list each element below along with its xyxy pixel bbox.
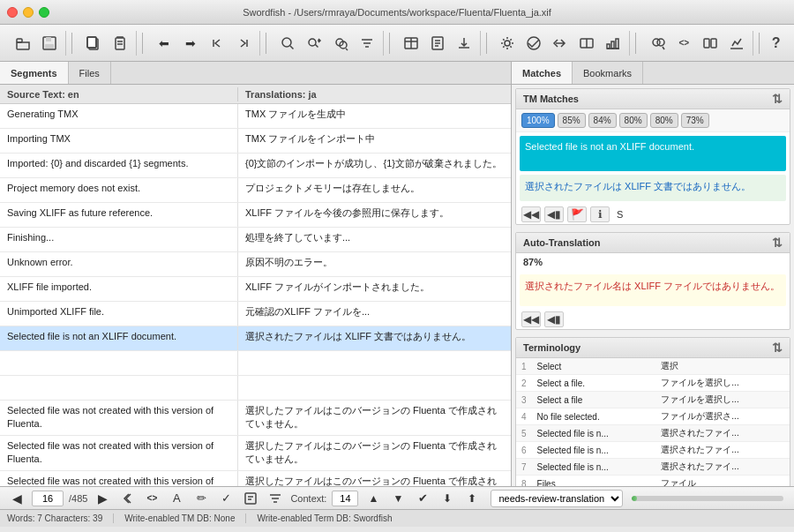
table-row[interactable]: Selected file was not created with this … — [0, 436, 511, 471]
segments-table[interactable]: Source Text: en Translations: ja Generat… — [0, 85, 511, 486]
check-btn[interactable]: ✓ — [216, 490, 236, 507]
term-target: 選択されたファイ... — [655, 459, 790, 476]
tm-button-1[interactable] — [399, 31, 423, 56]
tab-bookmarks[interactable]: Bookmarks — [573, 62, 643, 84]
zoom-button[interactable] — [645, 31, 670, 56]
nav-left-btn[interactable]: ◀ — [7, 490, 26, 507]
tm-flag-btn[interactable]: 🚩 — [567, 206, 587, 222]
search-button[interactable] — [275, 31, 300, 56]
table-row[interactable]: Imported: {0} and discarded {1} segments… — [0, 154, 511, 178]
stats-button[interactable] — [724, 31, 749, 56]
export2-btn[interactable]: ⬇ — [438, 490, 457, 507]
context-up-btn[interactable]: ▲ — [363, 490, 383, 507]
filter2-btn[interactable] — [266, 490, 285, 507]
open-button[interactable] — [11, 31, 35, 56]
concordance-button[interactable] — [328, 31, 353, 56]
tm-first-btn[interactable]: ◀◀ — [521, 206, 541, 222]
import-btn[interactable]: ⬆ — [462, 490, 482, 507]
table-row[interactable] — [0, 376, 511, 401]
match-btn-80b[interactable]: 80% — [650, 113, 678, 128]
table-row[interactable]: Generating TMX TMX ファイルを生成中 — [0, 104, 511, 129]
match-btn-84[interactable]: 84% — [588, 113, 617, 128]
tab-files[interactable]: Files — [69, 62, 111, 84]
tab-matches[interactable]: Matches — [512, 62, 573, 84]
tm-prev-btn[interactable]: ◀▮ — [544, 206, 564, 222]
list-item[interactable]: 3 Select a file ファイルを選択し... — [516, 392, 790, 408]
match-btn-80a[interactable]: 80% — [619, 113, 648, 128]
context-down-btn[interactable]: ▼ — [388, 490, 408, 507]
search-group — [272, 31, 384, 56]
list-item[interactable]: 2 Select a file. ファイルを選択し... — [516, 375, 790, 392]
table-row[interactable]: Selected file is not an XLIFF document. … — [0, 326, 511, 351]
tm-controls: ◀◀ ◀▮ 🚩 ℹ S — [516, 205, 790, 224]
chart-button[interactable] — [601, 31, 625, 56]
target-cell: 選択したファイルはこのバージョンの Fluenta で作成されていません。 — [238, 436, 511, 470]
prev-segment-button[interactable]: ⬅ — [152, 31, 176, 56]
last-segment-button[interactable] — [231, 31, 256, 56]
help-button[interactable]: ? — [765, 31, 787, 56]
next-segment-button[interactable]: ➡ — [178, 31, 203, 56]
copy-source-button[interactable] — [81, 31, 106, 56]
first-segment-button[interactable] — [205, 31, 229, 56]
match-btn-85[interactable]: 85% — [558, 113, 586, 128]
table-row[interactable]: Selected file was not created with this … — [0, 401, 511, 436]
validate-button[interactable] — [521, 31, 546, 56]
tm-info-btn[interactable]: ℹ — [590, 206, 610, 222]
close-button[interactable] — [7, 7, 18, 18]
replace-button[interactable] — [302, 31, 326, 56]
code-view-btn[interactable]: <> — [142, 490, 161, 507]
table-row[interactable]: Project memory does not exist. プロジェクトメモリ… — [0, 178, 511, 203]
term-num: 8 — [516, 476, 532, 487]
save-button[interactable] — [37, 31, 62, 56]
list-item[interactable]: 4 No file selected. ファイルが選択さ... — [516, 408, 790, 425]
paste-button[interactable] — [108, 31, 132, 56]
table-row[interactable] — [0, 351, 511, 376]
list-item[interactable]: 5 Selected file is n... 選択されたファイ... — [516, 425, 790, 442]
maximize-button[interactable] — [39, 7, 49, 18]
terminology-collapse[interactable]: ⇅ — [772, 341, 783, 355]
first-last-btn[interactable] — [117, 490, 137, 507]
context-input[interactable] — [332, 491, 358, 506]
match-btn-100[interactable]: 100% — [521, 113, 555, 128]
termdb-status: Write-enabled Term DB: Swordfish — [246, 513, 402, 523]
term-target: ファイルを選択し... — [655, 375, 790, 392]
term-source: Files — [532, 476, 656, 487]
at-prev-btn[interactable]: ◀▮ — [544, 311, 564, 327]
table-row[interactable]: Selected file was not created with this … — [0, 471, 511, 486]
view-group: <> — [641, 31, 753, 56]
char-button[interactable] — [574, 31, 599, 56]
tm-button-2[interactable] — [425, 31, 450, 56]
list-item[interactable]: 6 Selected file is n... 選択されたファイ... — [516, 442, 790, 459]
pencil-btn[interactable]: ✏ — [191, 490, 211, 507]
source-cell: Selected file was not created with this … — [0, 401, 238, 435]
spellcheck-btn[interactable]: A — [167, 490, 186, 507]
table-row[interactable]: Unimported XLIFF file. 元確認のXLIFF ファイルを..… — [0, 302, 511, 326]
settings-button[interactable] — [495, 31, 520, 56]
table-row[interactable]: XLIFF file imported. XLIFF ファイルがインポートされま… — [0, 277, 511, 302]
match-btn-73[interactable]: 73% — [681, 113, 709, 128]
export-button[interactable] — [452, 31, 476, 56]
nav-right-btn[interactable]: ▶ — [93, 490, 112, 507]
note-btn[interactable] — [241, 490, 260, 507]
layout-button[interactable] — [698, 31, 723, 56]
tm-matches-collapse[interactable]: ⇅ — [772, 92, 783, 106]
segment-number-input[interactable] — [32, 491, 64, 506]
toolbar-separator-3 — [266, 33, 266, 54]
confirm-btn[interactable]: ✔ — [413, 490, 432, 507]
list-item[interactable]: 1 Select 選択 — [516, 358, 790, 375]
table-row[interactable]: Importing TMX TMX ファイルをインポート中 — [0, 129, 511, 154]
filter-button[interactable] — [355, 31, 379, 56]
code-button[interactable]: <> — [671, 31, 696, 56]
list-item[interactable]: 7 Selected file is n... 選択されたファイ... — [516, 459, 790, 476]
table-row[interactable]: Finishing... 処理を終了しています... — [0, 228, 511, 252]
list-item[interactable]: 8 Files ファイル — [516, 476, 790, 487]
minimize-button[interactable] — [23, 7, 34, 18]
status-dropdown[interactable]: needs-review-translation translated fina… — [491, 490, 623, 507]
at-first-btn[interactable]: ◀◀ — [521, 311, 541, 327]
table-row[interactable]: Saving XLIFF as future reference. XLIFF … — [0, 203, 511, 228]
auto-translation-collapse[interactable]: ⇅ — [772, 236, 783, 250]
table-row[interactable]: Unknown error. 原因不明のエラー。 — [0, 252, 511, 277]
tag-button[interactable] — [548, 31, 573, 56]
source-cell: Importing TMX — [0, 129, 238, 153]
tab-segments[interactable]: Segments — [0, 62, 69, 84]
